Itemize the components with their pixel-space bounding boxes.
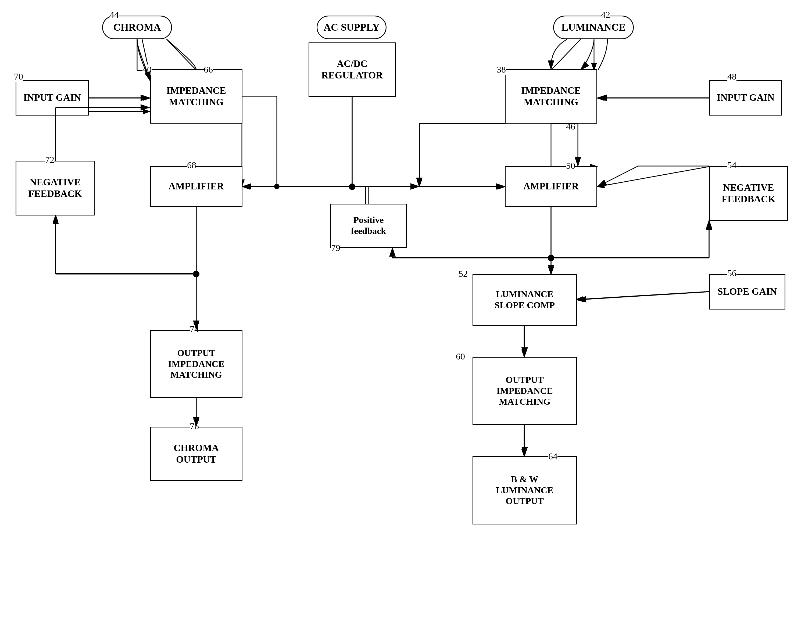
label-74: 74 [190, 324, 199, 334]
label-68: 68 [187, 160, 196, 171]
label-40: 40 [142, 64, 152, 75]
impedance-matching-right-block: IMPEDANCEMATCHING [505, 69, 597, 123]
acdc-regulator-block: AC/DCREGULATOR [308, 43, 396, 97]
diagram: CHROMA AC SUPPLY LUMINANCE INPUT GAIN IM… [0, 0, 812, 644]
label-38: 38 [497, 64, 506, 75]
negative-feedback-left-block: NEGATIVEFEEDBACK [15, 161, 95, 215]
label-64: 64 [548, 451, 557, 461]
label-52: 52 [459, 269, 468, 279]
output-impedance-left-block: OUTPUTIMPEDANCEMATCHING [150, 330, 243, 398]
svg-line-79 [577, 292, 709, 300]
label-79: 79 [331, 243, 340, 253]
svg-line-73 [598, 166, 638, 186]
input-gain-left-block: INPUT GAIN [15, 80, 89, 116]
label-54: 54 [727, 160, 736, 171]
svg-point-10 [349, 184, 355, 190]
svg-point-69 [548, 255, 554, 260]
label-46: 46 [566, 122, 575, 132]
ac-supply-block: AC SUPPLY [317, 15, 386, 39]
svg-line-29 [597, 167, 709, 187]
svg-line-40 [576, 291, 709, 300]
label-42: 42 [601, 10, 610, 20]
connections-svg [0, 0, 812, 644]
label-60: 60 [456, 352, 465, 362]
positive-feedback-block: Positivefeedback [330, 204, 407, 248]
arrows-svg [0, 0, 812, 644]
negative-feedback-right-block: NEGATIVEFEEDBACK [709, 166, 788, 221]
label-50: 50 [566, 161, 575, 171]
bw-luminance-output-block: B & WLUMINANCEOUTPUT [473, 456, 577, 524]
svg-point-52 [350, 184, 355, 189]
luminance-block: LUMINANCE [553, 15, 634, 39]
label-48: 48 [727, 72, 736, 82]
label-44: 44 [110, 10, 119, 20]
svg-point-49 [274, 184, 279, 189]
luminance-slope-comp-block: LUMINANCESLOPE COMP [473, 274, 577, 326]
svg-point-32 [193, 271, 200, 277]
label-66: 66 [204, 64, 213, 75]
chroma-output-block: CHROMAOUTPUT [150, 427, 243, 481]
label-56: 56 [727, 268, 736, 279]
svg-point-61 [194, 271, 199, 276]
impedance-matching-left-block: IMPEDANCEMATCHING [150, 69, 243, 123]
amplifier-left-block: AMPLIFIER [150, 166, 243, 207]
amplifier-right-block: AMPLIFIER [505, 166, 597, 207]
label-70: 70 [14, 72, 23, 82]
output-impedance-right-block: OUTPUTIMPEDANCEMATCHING [473, 357, 577, 425]
input-gain-right-block: INPUT GAIN [709, 80, 782, 116]
label-76: 76 [190, 421, 199, 431]
slope-gain-block: SLOPE GAIN [709, 274, 785, 309]
label-72: 72 [45, 155, 54, 165]
svg-point-21 [548, 255, 554, 261]
